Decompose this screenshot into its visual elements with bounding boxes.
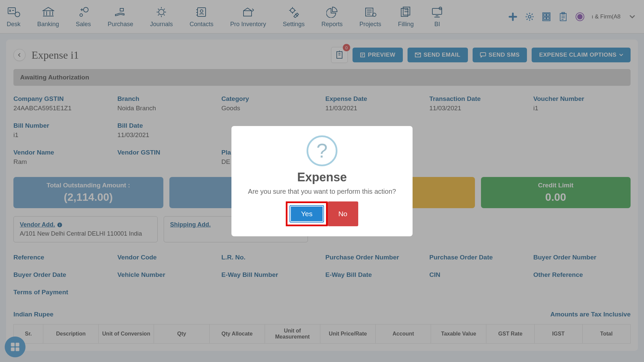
confirm-modal: ? Expense Are you sure that you want to … [231, 126, 413, 236]
no-button[interactable]: No [328, 201, 358, 226]
modal-actions: Yes No [286, 201, 358, 226]
question-icon: ? [307, 135, 337, 166]
modal-title: Expense [297, 170, 347, 184]
yes-highlight: Yes [286, 201, 327, 226]
modal-message: Are you sure that you want to perform th… [248, 188, 396, 195]
yes-button[interactable]: Yes [289, 205, 324, 223]
modal-overlay: ? Expense Are you sure that you want to … [0, 0, 644, 362]
